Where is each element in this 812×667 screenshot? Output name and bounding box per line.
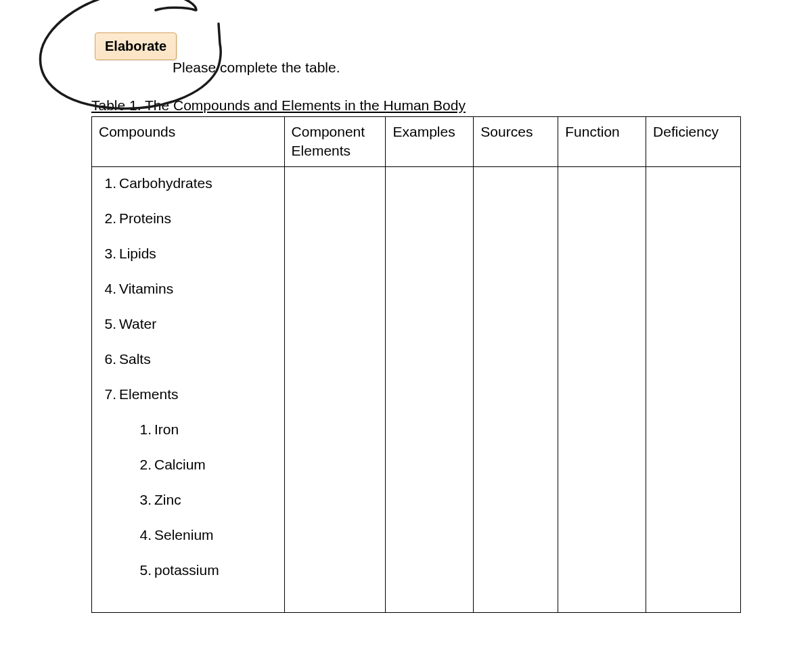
list-item: Proteins <box>119 210 277 227</box>
list-item: Lipids <box>119 246 277 262</box>
list-item-label: Water <box>119 316 156 331</box>
header-function: Function <box>558 117 646 167</box>
list-item: Selenium <box>154 527 277 543</box>
list-item-label: Iron <box>154 421 179 437</box>
table-row: Carbohydrates Proteins Lipids Vitamins W… <box>92 166 741 612</box>
list-item-label: Proteins <box>119 210 171 226</box>
instruction-text: Please complete the table. <box>173 60 340 76</box>
list-item-label: potassium <box>154 562 219 578</box>
cell-examples[interactable] <box>386 166 474 612</box>
header-deficiency: Deficiency <box>646 117 741 167</box>
list-item-label: Calcium <box>154 457 206 472</box>
compounds-table: Compounds Component Elements Examples So… <box>91 116 741 613</box>
cell-deficiency[interactable] <box>646 166 741 612</box>
elaborate-badge: Elaborate <box>95 32 177 60</box>
table-caption: Table 1. The Compounds and Elements in t… <box>91 97 466 114</box>
list-item: Iron <box>154 421 277 438</box>
cell-sources[interactable] <box>474 166 558 612</box>
list-item-label: Lipids <box>119 246 156 261</box>
list-item: Carbohydrates <box>119 175 277 191</box>
cell-compounds: Carbohydrates Proteins Lipids Vitamins W… <box>92 166 285 612</box>
list-item: Zinc <box>154 492 277 508</box>
cell-component-elements[interactable] <box>284 166 386 612</box>
list-item-label: Zinc <box>154 492 181 507</box>
list-item: Elements Iron Calcium Zinc Selenium pota… <box>119 386 277 578</box>
header-sources: Sources <box>474 117 558 167</box>
list-item-label: Salts <box>119 351 151 367</box>
elements-sublist: Iron Calcium Zinc Selenium potassium <box>119 421 277 578</box>
list-item: potassium <box>154 562 277 578</box>
list-item-label: Selenium <box>154 527 214 543</box>
list-item: Water <box>119 316 277 332</box>
list-item: Vitamins <box>119 281 277 297</box>
header-component-elements: Component Elements <box>284 117 386 167</box>
list-item: Calcium <box>154 457 277 473</box>
list-item-label: Carbohydrates <box>119 175 212 191</box>
header-compounds: Compounds <box>92 117 285 167</box>
cell-function[interactable] <box>558 166 646 612</box>
list-item-label: Vitamins <box>119 281 173 296</box>
list-item-label: Elements <box>119 386 179 402</box>
table-header-row: Compounds Component Elements Examples So… <box>92 117 741 167</box>
compounds-list: Carbohydrates Proteins Lipids Vitamins W… <box>99 175 277 578</box>
list-item: Salts <box>119 351 277 367</box>
header-examples: Examples <box>386 117 474 167</box>
